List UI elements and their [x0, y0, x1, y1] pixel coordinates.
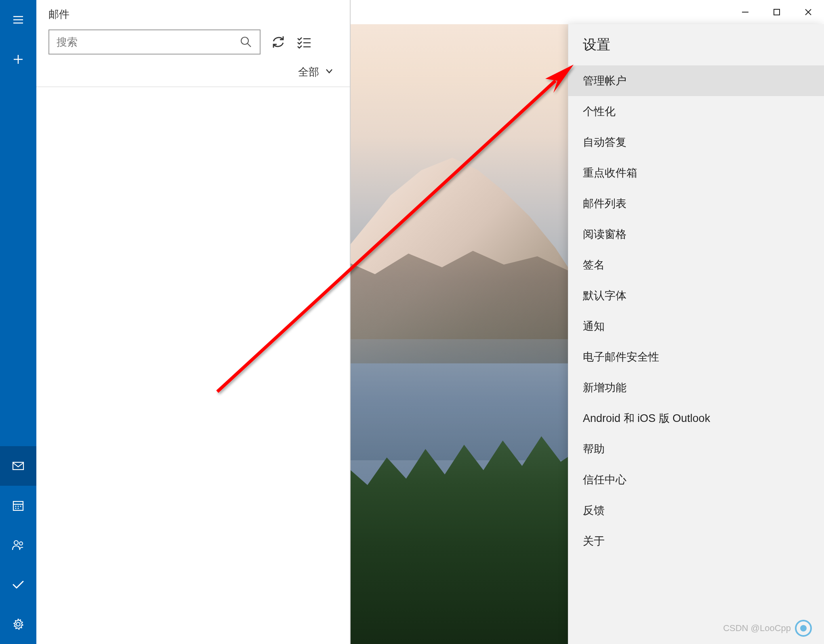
settings-item-personalization[interactable]: 个性化 — [568, 96, 824, 127]
minimize-button[interactable] — [729, 2, 761, 22]
settings-item-notifications[interactable]: 通知 — [568, 311, 824, 342]
calendar-nav-button[interactable] — [0, 486, 36, 525]
title-bar — [351, 0, 824, 24]
watermark: CSDN @LooCpp — [723, 620, 812, 637]
people-nav-button[interactable] — [0, 525, 36, 565]
todo-nav-button[interactable] — [0, 565, 36, 604]
svg-point-18 — [19, 542, 23, 545]
settings-item-message-list[interactable]: 邮件列表 — [568, 188, 824, 219]
hamburger-menu-button[interactable] — [0, 0, 36, 40]
svg-rect-1 — [774, 9, 780, 15]
select-mode-button[interactable] — [296, 34, 312, 50]
svg-point-19 — [17, 623, 20, 626]
content-background — [351, 24, 568, 644]
settings-item-focused-inbox[interactable]: 重点收件箱 — [568, 157, 824, 188]
svg-point-17 — [14, 541, 18, 545]
search-box[interactable] — [48, 29, 261, 55]
settings-item-help[interactable]: 帮助 — [568, 434, 824, 464]
mail-toolbar — [36, 25, 350, 62]
settings-item-auto-reply[interactable]: 自动答复 — [568, 127, 824, 157]
search-icon — [240, 36, 252, 48]
settings-panel: 设置 管理帐户 个性化 自动答复 重点收件箱 邮件列表 阅读窗格 签名 默认字体… — [568, 24, 824, 644]
svg-point-20 — [241, 37, 248, 44]
mail-nav-button[interactable] — [0, 446, 36, 486]
filter-row: 全部 — [36, 62, 350, 87]
chevron-down-icon — [325, 66, 334, 78]
settings-item-reading-pane[interactable]: 阅读窗格 — [568, 219, 824, 250]
filter-dropdown[interactable]: 全部 — [298, 65, 334, 79]
mail-header-title: 邮件 — [36, 0, 350, 25]
settings-item-manage-accounts[interactable]: 管理帐户 — [568, 65, 824, 96]
settings-item-outlook-mobile[interactable]: Android 和 iOS 版 Outlook — [568, 403, 824, 434]
filter-label: 全部 — [298, 65, 319, 79]
settings-nav-button[interactable] — [0, 604, 36, 644]
settings-item-feedback[interactable]: 反馈 — [568, 495, 824, 526]
watermark-text: CSDN @LooCpp — [723, 623, 791, 634]
settings-list: 管理帐户 个性化 自动答复 重点收件箱 邮件列表 阅读窗格 签名 默认字体 通知… — [568, 65, 824, 556]
new-mail-button[interactable] — [0, 40, 36, 79]
nav-bar — [0, 0, 36, 644]
settings-item-whats-new[interactable]: 新增功能 — [568, 372, 824, 403]
settings-item-email-security[interactable]: 电子邮件安全性 — [568, 342, 824, 372]
mail-panel: 邮件 全部 — [36, 0, 351, 644]
maximize-button[interactable] — [761, 2, 792, 22]
refresh-button[interactable] — [270, 34, 286, 50]
settings-item-about[interactable]: 关于 — [568, 526, 824, 556]
settings-item-trust-center[interactable]: 信任中心 — [568, 464, 824, 495]
close-button[interactable] — [792, 2, 824, 22]
settings-item-signature[interactable]: 签名 — [568, 250, 824, 280]
search-input[interactable] — [57, 36, 240, 48]
settings-item-default-font[interactable]: 默认字体 — [568, 280, 824, 311]
settings-title: 设置 — [568, 24, 824, 65]
svg-line-21 — [248, 44, 251, 47]
watermark-logo-icon — [795, 620, 812, 637]
